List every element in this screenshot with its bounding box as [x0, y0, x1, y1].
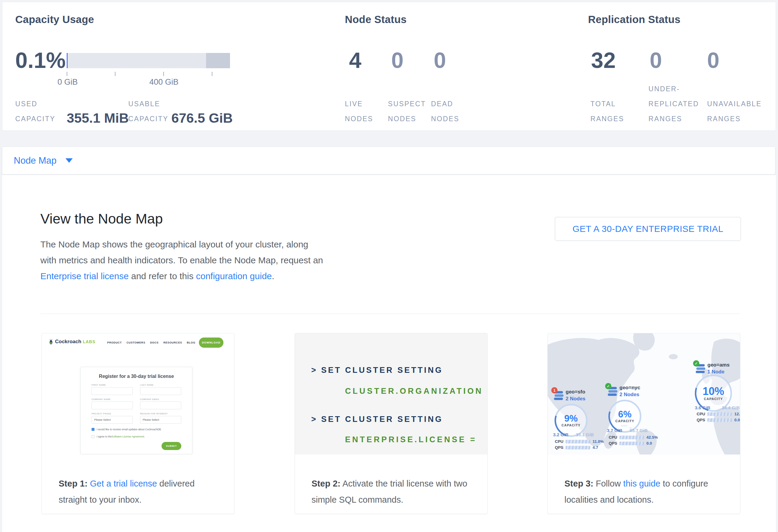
unavailable-ranges-value: 0	[707, 49, 719, 72]
get-enterprise-trial-button[interactable]: GET A 30-DAY ENTERPRISE TRIAL	[555, 217, 741, 241]
capacity-used-segment	[67, 53, 68, 68]
cpu-row: CPU 12.3%	[697, 412, 740, 416]
alert-badge-icon: 1	[551, 387, 557, 393]
enterprise-trial-license-link[interactable]: Enterprise trial license	[41, 271, 129, 281]
node-map-dropdown-label: Node Map	[14, 155, 57, 166]
nav-item: DOCS	[150, 341, 159, 344]
step2-text: Step 2: Activate the trial license with …	[295, 455, 487, 508]
cpu-sparkline	[566, 440, 590, 443]
description-text: .	[272, 271, 274, 281]
field-label: COMPANY EMAIL	[140, 398, 159, 400]
capacity-percent: 6%	[618, 409, 632, 420]
qps-value: 0.0	[734, 418, 740, 422]
steps-row: Cockroach LABS PRODUCT CUSTOMERS DOCS RE…	[42, 333, 740, 514]
get-trial-license-link[interactable]: Get a trial license	[90, 479, 157, 488]
qps-value: 0.0	[646, 441, 652, 446]
text-field	[91, 401, 133, 409]
cluster-node-count: 1 Node	[707, 369, 724, 375]
replication-status-title: Replication Status	[588, 13, 681, 25]
step3-card: 1 geo=sfo 2 Nodes 9% CAPACITY	[547, 333, 740, 514]
field-label: FIRST NAME	[91, 384, 106, 386]
cpu-sparkline	[619, 436, 644, 439]
qps-row: QPS 0.0	[697, 418, 740, 422]
dead-nodes-value: 0	[434, 49, 446, 72]
cluster-name: geo=sfo	[566, 389, 586, 395]
node-map-thumbnail: 1 geo=sfo 2 Nodes 9% CAPACITY	[548, 333, 740, 455]
description-text: and refer to this	[129, 271, 196, 281]
text-field	[140, 401, 181, 409]
capacity-percent: 9%	[564, 414, 578, 424]
chevron-down-icon	[66, 158, 73, 163]
capacity-usage-percent: 0.1%	[15, 49, 66, 72]
capacity-percent: 10%	[703, 386, 724, 397]
under-replicated-ranges-value: 0	[650, 49, 662, 72]
step1-pre	[88, 479, 90, 488]
dead-nodes-label: DEAD NODES	[431, 96, 467, 126]
qps-row: QPS 0.0	[609, 441, 652, 446]
total-gib: 35.1 GiB	[576, 432, 594, 437]
license-agreement-checkbox-row: I agree to the Software License Agreemen…	[91, 435, 145, 438]
capacity-values: 3.6 GiB 34.4 GiB	[695, 405, 740, 410]
step1-card: Cockroach LABS PRODUCT CUSTOMERS DOCS RE…	[42, 333, 235, 514]
cockroach-icon	[49, 339, 53, 345]
cluster-node-count: 2 Nodes	[566, 396, 586, 402]
unavailable-ranges-label: UNAVAILABLE RANGES	[707, 96, 768, 126]
total-gib: 65.7 GiB	[630, 428, 647, 433]
node-map-promo-section: View the Node Map The Node Map shows the…	[2, 175, 776, 532]
cluster-ams: ✓ geo=ams 1 Node 10% CAPACITY	[693, 360, 740, 425]
used-gib: 3.2 GiB	[553, 432, 569, 437]
checkbox-label: I would like to receive email updates ab…	[97, 428, 161, 431]
usable-capacity-label: USABLE CAPACITY	[128, 96, 173, 126]
step3-text: Step 3: Follow this guide to configure l…	[548, 455, 740, 508]
cpu-value: 12.3%	[734, 412, 740, 416]
live-nodes-value: 4	[349, 49, 361, 72]
configuration-guide-link[interactable]: configuration guide	[196, 271, 272, 281]
step1-text: Step 1: Get a trial license delivered st…	[42, 455, 234, 508]
trial-registration-form: Register for a 30-day trial license FIRS…	[80, 367, 192, 454]
field-label: COMPANY NAME	[91, 398, 111, 400]
axis-tick	[163, 72, 164, 76]
used-gib: 3.7 GiB	[607, 428, 622, 433]
qps-sparkline	[707, 418, 732, 422]
checkbox-unchecked-icon	[91, 435, 94, 438]
capacity-values: 3.7 GiB 65.7 GiB	[607, 428, 647, 433]
logo-text: Cockroach	[55, 339, 81, 345]
node-map-dropdown[interactable]: Node Map	[2, 147, 775, 174]
node-status-title: Node Status	[345, 13, 406, 25]
cpu-row: CPU 11.0%	[555, 439, 604, 444]
field-label: REASON FOR INTEREST	[140, 412, 168, 415]
axis-tick	[212, 72, 212, 76]
step3-pre: Follow	[594, 479, 623, 488]
code-line: CLUSTER.ORGANIZATION =	[345, 387, 487, 396]
capacity-caption: CAPACITY	[615, 419, 634, 423]
suspect-nodes-value: 0	[391, 49, 403, 72]
code-line: > SET CLUSTER SETTING	[311, 366, 443, 375]
cluster-overview-page: Capacity Usage 0.1% 0 GiB 400 GiB USED C…	[0, 0, 778, 532]
qps-value: 4.7	[593, 445, 598, 450]
site-nav: PRODUCT CUSTOMERS DOCS RESOURCES BLOG	[107, 341, 195, 344]
step2-label: Step 2:	[312, 479, 341, 488]
qps-row: QPS 4.7	[555, 445, 598, 450]
step3-label: Step 3:	[564, 479, 594, 488]
cluster-nyc: ✓ geo=nyc 2 Nodes 6% CAPACITY	[605, 383, 659, 447]
text-field	[140, 387, 181, 395]
cpu-label: CPU	[609, 435, 619, 440]
qps-label: QPS	[609, 441, 619, 446]
axis-tick	[67, 72, 67, 76]
total-ranges-label: TOTAL RANGES	[591, 96, 628, 126]
cpu-label: CPU	[555, 439, 566, 444]
healthy-badge-icon: ✓	[693, 360, 699, 367]
cluster-sfo: 1 geo=sfo 2 Nodes 9% CAPACITY	[551, 387, 605, 452]
qps-label: QPS	[697, 418, 707, 422]
axis-tick	[115, 72, 115, 76]
cpu-label: CPU	[697, 412, 707, 416]
checkbox-checked-icon	[91, 428, 94, 431]
capacity-caption: CAPACITY	[561, 424, 580, 427]
submit-pill: SUBMIT	[161, 442, 181, 450]
download-pill: DOWNLOAD	[199, 337, 223, 348]
checkbox-label: I agree to the	[97, 435, 111, 438]
cpu-row: CPU 42.5%	[609, 435, 658, 440]
qps-label: QPS	[555, 445, 566, 450]
this-guide-link[interactable]: this guide	[623, 479, 660, 488]
healthy-badge-icon: ✓	[605, 383, 611, 389]
